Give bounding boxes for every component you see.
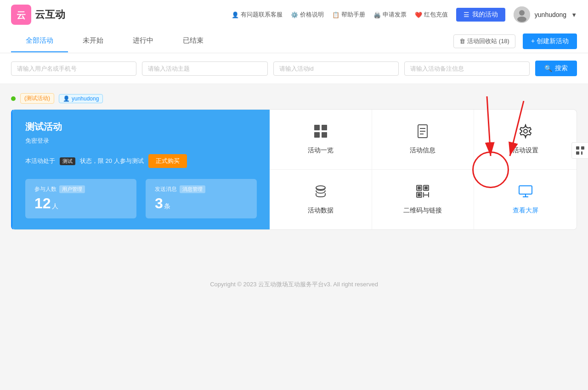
view-screen-label: 查看大屏 bbox=[513, 206, 538, 215]
action-activity-overview[interactable]: 活动一览 bbox=[270, 110, 372, 170]
nav-customer-service[interactable]: 👤 有问题联系客服 bbox=[232, 11, 283, 19]
svg-rect-28 bbox=[581, 146, 584, 150]
document-icon bbox=[415, 124, 430, 142]
main-content: (测试活动) 👤 yunhudong 测试活动 免密登录 本活动处于 测试 状态… bbox=[0, 84, 588, 239]
card-status-row: 本活动处于 测试 状态，限 20 人参与测试 正式购买 bbox=[25, 154, 257, 168]
activity-settings-label: 活动设置 bbox=[513, 146, 538, 155]
logo-text: 云互动 bbox=[35, 8, 65, 22]
test-activity-tag[interactable]: (测试活动) bbox=[20, 93, 54, 104]
tab-all-activities[interactable]: 全部活动 bbox=[11, 30, 68, 52]
help-icon: 📋 bbox=[332, 11, 339, 18]
participants-block: 参与人数 用户管理 12人 bbox=[25, 179, 136, 218]
search-username-input[interactable] bbox=[11, 61, 136, 76]
search-id-input[interactable] bbox=[273, 61, 399, 76]
svg-rect-20 bbox=[418, 193, 421, 196]
header: 云 云互动 👤 有问题联系客服 ⚙️ 价格说明 📋 帮助手册 🖨️ 申请发票 bbox=[0, 0, 588, 29]
search-icon: 🔍 bbox=[544, 65, 552, 72]
search-bar: 🔍 搜索 bbox=[0, 53, 588, 84]
qrcode-label: 二维码与链接 bbox=[403, 206, 442, 215]
screen-icon bbox=[518, 184, 533, 202]
gear-icon bbox=[518, 124, 533, 142]
activity-list-icon: ☰ bbox=[464, 11, 469, 18]
customer-icon: 👤 bbox=[232, 11, 239, 18]
svg-rect-24 bbox=[519, 186, 532, 194]
participants-value: 12人 bbox=[34, 195, 127, 212]
logo: 云 云互动 bbox=[11, 5, 65, 25]
svg-rect-6 bbox=[322, 125, 327, 130]
my-activity-button[interactable]: ☰ 我的活动 bbox=[456, 8, 505, 22]
activity-overview-label: 活动一览 bbox=[308, 146, 334, 155]
svg-rect-16 bbox=[418, 186, 421, 189]
nav-invoice[interactable]: 🖨️ 申请发票 bbox=[373, 11, 407, 19]
logo-icon: 云 bbox=[11, 5, 31, 25]
database-icon bbox=[313, 184, 328, 202]
avatar bbox=[514, 6, 530, 23]
svg-rect-30 bbox=[581, 151, 582, 155]
buy-button[interactable]: 正式购买 bbox=[148, 154, 187, 168]
message-management-button[interactable]: 消息管理 bbox=[180, 185, 205, 193]
user-tag: 👤 yunhudong bbox=[59, 94, 103, 103]
status-badge: 测试 bbox=[60, 157, 75, 165]
tab-in-progress[interactable]: 进行中 bbox=[118, 30, 168, 52]
svg-text:云: 云 bbox=[17, 10, 26, 20]
svg-rect-29 bbox=[576, 151, 579, 155]
grid-view-toggle[interactable] bbox=[571, 142, 588, 159]
messages-label: 发送消息 消息管理 bbox=[155, 185, 248, 193]
card-left: 测试活动 免密登录 本活动处于 测试 状态，限 20 人参与测试 正式购买 参与… bbox=[12, 110, 270, 229]
messages-value: 3条 bbox=[155, 195, 248, 212]
search-note-input[interactable] bbox=[404, 61, 530, 76]
tab-right-actions: 🗑 活动回收站 (18) + 创建新活动 bbox=[453, 33, 577, 49]
svg-point-14 bbox=[316, 186, 325, 189]
search-theme-input[interactable] bbox=[142, 61, 267, 76]
dropdown-icon: ▼ bbox=[571, 11, 577, 18]
tab-bar: 全部活动 未开始 进行中 已结束 🗑 活动回收站 (18) + 创建新活动 bbox=[0, 29, 588, 53]
svg-rect-7 bbox=[314, 132, 320, 138]
action-activity-info[interactable]: 活动信息 bbox=[372, 110, 475, 170]
card-subtitle: 免密登录 bbox=[25, 137, 257, 145]
participants-label: 参与人数 用户管理 bbox=[34, 185, 127, 193]
grid-toggle-icon bbox=[576, 146, 585, 155]
redpacket-icon: ❤️ bbox=[415, 11, 422, 18]
invoice-icon: 🖨️ bbox=[373, 11, 381, 18]
nav-help[interactable]: 📋 帮助手册 bbox=[332, 11, 365, 19]
tab-ended[interactable]: 已结束 bbox=[168, 30, 218, 52]
tabs: 全部活动 未开始 进行中 已结束 bbox=[11, 30, 453, 52]
card-title: 测试活动 bbox=[25, 121, 257, 133]
status-dot bbox=[11, 96, 16, 101]
user-area[interactable]: yunhudong ▼ bbox=[514, 6, 577, 23]
status-text-prefix: 本活动处于 bbox=[25, 157, 55, 165]
create-activity-button[interactable]: + 创建新活动 bbox=[523, 33, 577, 49]
status-text-suffix: 状态，限 20 人参与测试 bbox=[80, 157, 144, 165]
action-view-screen[interactable]: 查看大屏 bbox=[474, 170, 577, 230]
user-tag-icon: 👤 bbox=[63, 95, 70, 102]
svg-rect-27 bbox=[576, 146, 579, 150]
nav-links: 👤 有问题联系客服 ⚙️ 价格说明 📋 帮助手册 🖨️ 申请发票 ❤️ 红包充值… bbox=[232, 6, 577, 23]
svg-rect-18 bbox=[424, 186, 428, 189]
tab-not-started[interactable]: 未开始 bbox=[68, 30, 118, 52]
messages-block: 发送消息 消息管理 3条 bbox=[146, 179, 257, 218]
username: yunhudong bbox=[535, 11, 566, 18]
footer: Copyright © 2023 云互动微场互动服务平台v3. All righ… bbox=[0, 267, 588, 302]
trash-icon: 🗑 bbox=[459, 38, 465, 45]
search-button[interactable]: 🔍 搜索 bbox=[535, 61, 577, 76]
action-activity-settings[interactable]: 活动设置 bbox=[474, 110, 577, 170]
action-activity-data[interactable]: 活动数据 bbox=[270, 170, 372, 230]
action-qrcode-link[interactable]: 二维码与链接 bbox=[372, 170, 475, 230]
activity-info-label: 活动信息 bbox=[410, 146, 435, 155]
stats-row: 参与人数 用户管理 12人 发送消息 消息管理 bbox=[25, 179, 257, 218]
svg-point-4 bbox=[517, 17, 526, 22]
activity-data-label: 活动数据 bbox=[308, 206, 334, 215]
svg-rect-8 bbox=[322, 132, 327, 138]
nav-redpacket[interactable]: ❤️ 红包充值 bbox=[415, 11, 448, 19]
card-actions-grid: 活动一览 活动信息 活动设置 bbox=[270, 110, 577, 229]
pricing-icon: ⚙️ bbox=[291, 11, 298, 18]
svg-rect-5 bbox=[314, 125, 320, 130]
nav-pricing[interactable]: ⚙️ 价格说明 bbox=[291, 11, 324, 19]
svg-point-3 bbox=[519, 10, 525, 16]
activity-tags: (测试活动) 👤 yunhudong bbox=[11, 93, 577, 104]
recycle-bin-button[interactable]: 🗑 活动回收站 (18) bbox=[453, 34, 515, 48]
user-management-button[interactable]: 用户管理 bbox=[59, 185, 85, 193]
svg-point-13 bbox=[524, 129, 527, 133]
grid-icon bbox=[313, 124, 328, 142]
activity-card: 测试活动 免密登录 本活动处于 测试 状态，限 20 人参与测试 正式购买 参与… bbox=[11, 109, 577, 230]
